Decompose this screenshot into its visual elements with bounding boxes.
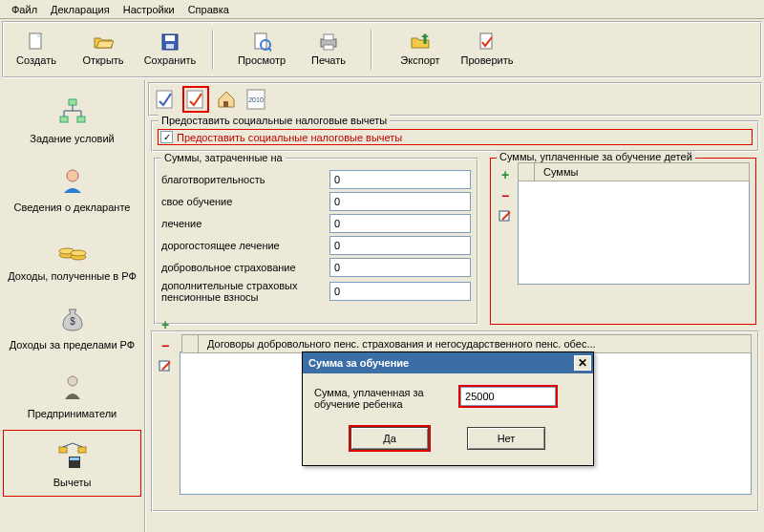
- remove-button[interactable]: −: [157, 337, 174, 354]
- open-folder-icon: [93, 32, 114, 53]
- create-button[interactable]: Создать: [6, 26, 67, 72]
- svg-point-14: [67, 170, 78, 181]
- dialog-education-sum: Сумма за обучение ✕ Сумма, уплаченная за…: [302, 351, 594, 466]
- toolbar-separator: [371, 30, 378, 70]
- toolbar: Создать Открыть Сохранить Просмотр Печа: [2, 21, 762, 78]
- column-contracts: Договоры добровольного пенс. страхования…: [207, 338, 596, 350]
- input-pension[interactable]: [329, 282, 471, 301]
- svg-text:2010: 2010: [248, 96, 264, 103]
- magnifier-doc-icon: [251, 32, 272, 53]
- tab-standard-icon[interactable]: [152, 86, 179, 113]
- label-charity: благотворительность: [161, 174, 324, 185]
- check-label: Проверить: [460, 54, 513, 66]
- money-bag-icon: $: [55, 301, 90, 335]
- svg-rect-2: [165, 35, 175, 41]
- section-sidebar: Задание условий Сведения о декларанте До…: [0, 80, 146, 532]
- preview-button[interactable]: Просмотр: [231, 26, 292, 72]
- preview-label: Просмотр: [238, 54, 286, 66]
- label-own-education: свое обучение: [161, 196, 324, 207]
- add-button[interactable]: +: [497, 166, 514, 183]
- person-icon: [55, 163, 90, 198]
- tab-social-icon[interactable]: [182, 86, 209, 113]
- svg-rect-24: [70, 458, 79, 460]
- cancel-button[interactable]: Нет: [467, 427, 545, 450]
- checkbox-checked-icon[interactable]: ✓: [160, 131, 173, 143]
- input-charity[interactable]: [329, 170, 471, 189]
- sidebar-item-entrepreneurs[interactable]: Предприниматели: [3, 361, 141, 428]
- svg-line-6: [268, 48, 271, 52]
- sidebar-item-deductions[interactable]: Вычеты: [3, 430, 141, 497]
- svg-rect-21: [59, 447, 67, 453]
- svg-point-18: [71, 250, 86, 256]
- sidebar-item-income-rf[interactable]: Доходы, полученные в РФ: [3, 223, 141, 290]
- children-sums-list: Суммы: [518, 162, 750, 285]
- print-button[interactable]: Печать: [298, 26, 359, 72]
- menu-settings[interactable]: Настройки: [117, 2, 180, 17]
- input-treatment[interactable]: [329, 214, 471, 233]
- dialog-title: Сумма за обучение: [308, 357, 409, 369]
- menu-file[interactable]: Файл: [6, 2, 43, 17]
- toolbar-separator: [212, 30, 220, 70]
- input-expensive-treatment[interactable]: [329, 236, 471, 255]
- tree-icon: [55, 95, 90, 129]
- sidebar-item-conditions[interactable]: Задание условий: [3, 86, 141, 153]
- ok-button[interactable]: Да: [350, 427, 429, 450]
- svg-rect-3: [166, 44, 174, 49]
- remove-button[interactable]: −: [497, 187, 514, 204]
- check-button[interactable]: Проверить: [456, 26, 518, 72]
- menu-help[interactable]: Справка: [182, 2, 235, 17]
- add-button[interactable]: +: [157, 316, 174, 333]
- dialog-titlebar[interactable]: Сумма за обучение ✕: [303, 352, 593, 373]
- scales-calc-icon: [55, 438, 90, 473]
- floppy-icon: [159, 32, 180, 53]
- svg-rect-31: [159, 361, 169, 371]
- sidebar-item-declarant[interactable]: Сведения о декларанте: [3, 155, 141, 222]
- svg-rect-13: [77, 117, 85, 122]
- input-own-education[interactable]: [329, 192, 471, 211]
- sidebar-label: Доходы, полученные в РФ: [8, 270, 137, 282]
- svg-rect-30: [499, 211, 509, 221]
- edit-button[interactable]: [497, 208, 514, 225]
- menu-bar: Файл Декларация Настройки Справка: [0, 0, 764, 19]
- svg-text:$: $: [70, 316, 75, 327]
- sidebar-label: Сведения о декларанте: [14, 202, 131, 213]
- export-button[interactable]: Экспорт: [390, 26, 451, 72]
- print-label: Печать: [311, 54, 346, 66]
- grant-checkbox-label: Предоставить социальные налоговые вычеты: [177, 132, 402, 143]
- export-icon: [410, 32, 431, 53]
- group-legend: Предоставить социальные налоговые вычеты: [159, 115, 390, 126]
- sidebar-label: Вычеты: [53, 477, 92, 488]
- sidebar-label: Доходы за пределами РФ: [10, 339, 135, 351]
- grant-checkbox-row[interactable]: ✓ Предоставить социальные налоговые выче…: [159, 130, 752, 144]
- open-label: Открыть: [82, 54, 123, 66]
- check-doc-icon: [477, 32, 498, 53]
- deduction-tabs: 2010: [148, 82, 762, 117]
- edit-button[interactable]: [157, 358, 174, 375]
- tab-property-icon[interactable]: [213, 86, 240, 113]
- contracts-list-header[interactable]: Договоры добровольного пенс. страхования…: [181, 334, 752, 353]
- list-body[interactable]: [518, 181, 750, 285]
- input-education-sum[interactable]: [460, 387, 556, 406]
- sidebar-label: Задание условий: [30, 133, 114, 144]
- sidebar-item-income-foreign[interactable]: $ Доходы за пределами РФ: [3, 292, 141, 359]
- create-label: Создать: [16, 54, 56, 66]
- group-children-education: Суммы, уплаченные за обучение детей + − …: [490, 158, 756, 325]
- label-insurance: добровольное страхование: [161, 262, 324, 273]
- tab-year-icon[interactable]: 2010: [244, 86, 270, 113]
- sidebar-label: Предприниматели: [28, 408, 117, 419]
- new-doc-icon: [26, 32, 47, 53]
- svg-rect-11: [69, 99, 76, 105]
- svg-rect-8: [324, 34, 333, 40]
- svg-rect-22: [78, 447, 86, 453]
- list-header[interactable]: Суммы: [518, 162, 750, 181]
- group-grant-social: Предоставить социальные налоговые вычеты…: [151, 120, 759, 152]
- save-button[interactable]: Сохранить: [139, 26, 201, 72]
- export-label: Экспорт: [400, 54, 439, 66]
- open-button[interactable]: Открыть: [73, 26, 134, 72]
- label-treatment: лечение: [161, 218, 324, 229]
- input-insurance[interactable]: [329, 258, 471, 277]
- businessman-icon: [55, 370, 90, 404]
- svg-rect-10: [480, 33, 492, 49]
- close-button[interactable]: ✕: [574, 355, 591, 371]
- menu-declaration[interactable]: Декларация: [45, 2, 116, 17]
